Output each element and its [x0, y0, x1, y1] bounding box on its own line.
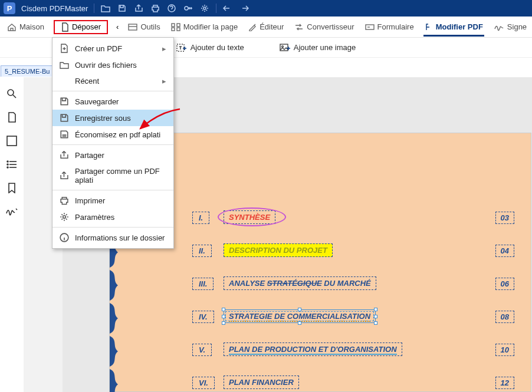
print-icon[interactable] — [150, 3, 160, 14]
redo-icon[interactable] — [239, 3, 249, 14]
main-toolbar: Maison Déposer ‹ Outils Modifier la page… — [0, 17, 532, 38]
svg-point-12 — [8, 90, 14, 95]
search-icon[interactable] — [6, 88, 18, 100]
toc-page[interactable]: 06 — [495, 278, 514, 290]
svg-rect-6 — [172, 28, 175, 31]
chevron-left-icon[interactable]: ‹ — [116, 22, 119, 31]
app-logo: P — [4, 2, 15, 14]
tab-signe[interactable]: Signe — [492, 22, 528, 31]
open-icon[interactable] — [100, 3, 111, 14]
annotation-arrow — [136, 106, 183, 136]
gear-icon[interactable] — [199, 3, 210, 14]
toc-title[interactable]: PLAN DE PRODUCTION ET D'ORGANISATION — [224, 342, 402, 356]
add-image-button[interactable]: Ajouter une image — [280, 43, 356, 52]
deposer-menu: Créer un PDF Ouvrir des fichiers Récent … — [52, 37, 174, 249]
svg-point-15 — [7, 164, 8, 165]
menu-recent[interactable]: Récent — [52, 73, 173, 89]
svg-point-14 — [7, 161, 8, 162]
document-tab[interactable]: 5_RESUME-Bu — [1, 65, 54, 77]
page-icon[interactable] — [6, 111, 18, 123]
left-sidebar — [0, 77, 24, 392]
save-icon[interactable] — [117, 3, 127, 14]
toc-page[interactable]: 10 — [495, 344, 514, 356]
tab-modifier-pdf[interactable]: Modifier PDF — [423, 22, 484, 31]
svg-rect-4 — [172, 24, 175, 27]
svg-rect-7 — [177, 28, 180, 31]
toc-page[interactable]: 04 — [495, 245, 514, 257]
svg-point-2 — [203, 7, 206, 9]
toc-page[interactable]: 12 — [495, 377, 514, 389]
toc-num[interactable]: V. — [192, 344, 212, 356]
toc-num[interactable]: III. — [192, 278, 214, 290]
bookmark-icon[interactable] — [6, 182, 18, 194]
text-tool-icon[interactable] — [6, 135, 18, 147]
tab-modifier-page[interactable]: Modifier la page — [170, 22, 239, 31]
tab-convertisseur[interactable]: Convertisseur — [293, 22, 355, 31]
svg-point-11 — [281, 45, 283, 47]
add-text-button[interactable]: Ajouter du texte — [176, 43, 244, 52]
menu-open[interactable]: Ouvrir des fichiers — [52, 57, 173, 73]
toc-num[interactable]: IV. — [192, 311, 214, 323]
help-icon[interactable] — [166, 3, 177, 14]
app-name: Cisdem PDFMaster — [21, 4, 88, 13]
toc-num[interactable]: I. — [192, 212, 209, 224]
toc-title[interactable]: ANALYSE STRATÉGIQUE DU MARCHÉ — [224, 276, 376, 290]
toc-title-selected[interactable]: STRATEGIE DE COMMERCIALISATION — [224, 309, 376, 323]
annotation-oval — [218, 207, 286, 226]
tab-deposer[interactable]: Déposer — [54, 20, 108, 34]
menu-print[interactable]: Imprimer — [52, 192, 173, 209]
svg-point-16 — [7, 167, 8, 168]
menu-share[interactable]: Partager — [52, 147, 173, 163]
toc-page[interactable]: 08 — [495, 311, 514, 323]
share-icon[interactable] — [133, 3, 144, 14]
svg-rect-3 — [129, 24, 137, 30]
toc-title[interactable]: DESCRIPTION DU PROJET — [224, 243, 333, 257]
toc-num[interactable]: II. — [192, 245, 212, 257]
signature-icon[interactable] — [6, 206, 18, 218]
menu-info[interactable]: Informations sur le dossier — [52, 229, 173, 246]
outline-icon[interactable] — [6, 159, 18, 170]
svg-rect-5 — [177, 24, 180, 27]
toc-num[interactable]: VI. — [192, 377, 215, 389]
menu-share-flat[interactable]: Partager comme un PDF aplati — [52, 163, 173, 188]
tab-formulaire[interactable]: Formulaire — [364, 22, 415, 31]
tab-home[interactable]: Maison — [6, 22, 45, 31]
menu-settings[interactable]: Paramètres — [52, 209, 173, 225]
undo-icon[interactable] — [222, 3, 233, 14]
svg-point-17 — [63, 216, 66, 219]
title-bar: P Cisdem PDFMaster — [0, 0, 532, 17]
toc-page[interactable]: 03 — [495, 212, 514, 224]
tab-outils[interactable]: Outils — [127, 22, 161, 31]
menu-create-pdf[interactable]: Créer un PDF — [52, 40, 173, 57]
tab-editeur[interactable]: Éditeur — [247, 22, 285, 31]
toc-title[interactable]: PLAN FINANCIER — [224, 375, 299, 389]
key-icon[interactable] — [183, 3, 193, 14]
svg-point-1 — [185, 6, 188, 10]
